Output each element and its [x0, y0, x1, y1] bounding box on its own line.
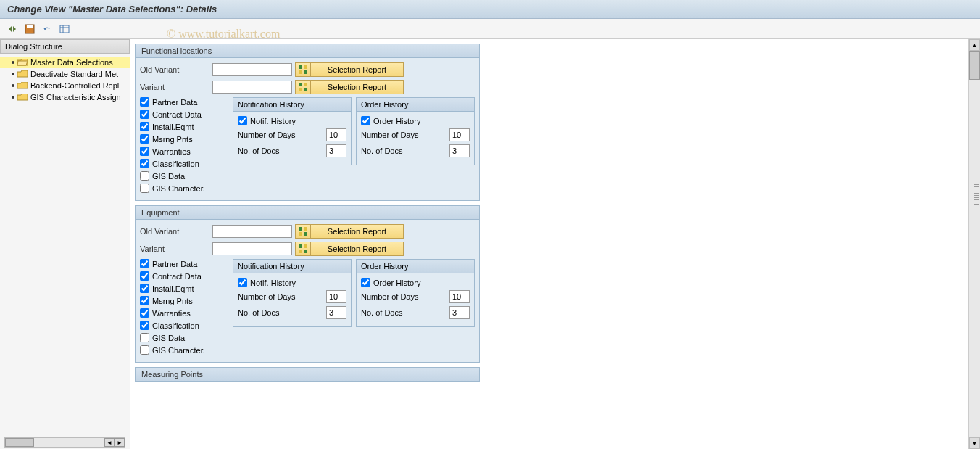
- old-variant-label: Old Variant: [140, 65, 212, 74]
- button-label: Selection Report: [311, 242, 404, 256]
- scroll-left-icon[interactable]: ◄: [104, 438, 115, 447]
- multi-select-icon: [295, 80, 311, 94]
- folder-icon: [17, 94, 28, 102]
- bullet-icon: [12, 84, 14, 87]
- scroll-down-icon[interactable]: ▼: [969, 437, 980, 449]
- gis-data-checkbox[interactable]: [140, 171, 149, 181]
- contract-data-checkbox[interactable]: [140, 110, 149, 119]
- notif-history-checkbox[interactable]: [238, 116, 247, 125]
- num-docs-input[interactable]: [449, 306, 470, 319]
- tree-item-deactivate[interactable]: Deactivate Standard Met: [0, 68, 130, 80]
- multi-select-icon: [295, 224, 311, 239]
- toggle-icon[interactable]: [6, 22, 19, 36]
- scroll-right-icon[interactable]: ►: [115, 438, 125, 447]
- sub-title: Order History: [357, 98, 474, 112]
- checkbox-label: GIS Character.: [152, 346, 205, 355]
- num-days-input[interactable]: [449, 128, 470, 141]
- partner-data-checkbox[interactable]: [140, 97, 149, 107]
- install-eqmt-checkbox[interactable]: [140, 122, 149, 131]
- num-days-input[interactable]: [326, 128, 346, 141]
- num-docs-label: No. of Docs: [361, 147, 449, 155]
- svg-rect-12: [304, 88, 307, 91]
- svg-rect-13: [299, 227, 302, 231]
- num-days-input[interactable]: [449, 290, 470, 303]
- sidebar-scrollbar[interactable]: ◄ ►: [4, 437, 125, 448]
- num-docs-label: No. of Docs: [361, 308, 449, 317]
- warranties-checkbox[interactable]: [140, 147, 149, 156]
- notif-history-checkbox[interactable]: [238, 278, 247, 287]
- sub-title: Notification History: [233, 260, 351, 273]
- vertical-scrollbar[interactable]: ▲ ▼: [968, 39, 980, 449]
- warranties-checkbox[interactable]: [140, 308, 149, 318]
- equipment-group: Equipment Old Variant Selection Report V…: [135, 205, 480, 363]
- svg-rect-18: [304, 244, 307, 248]
- scroll-thumb[interactable]: [5, 438, 34, 447]
- bullet-icon: [12, 96, 14, 99]
- save-icon[interactable]: [23, 22, 36, 36]
- checkbox-label: Classification: [152, 160, 199, 168]
- checkbox-label: Warranties: [152, 309, 191, 318]
- num-docs-input[interactable]: [326, 306, 346, 319]
- dialog-structure-tree: Master Data Selections Deactivate Standa…: [0, 54, 130, 106]
- num-days-label: Number of Days: [238, 292, 326, 301]
- svg-rect-20: [304, 250, 307, 253]
- tree-item-backend[interactable]: Backend-Controlled Repl: [0, 80, 130, 91]
- tree-item-gis[interactable]: GIS Characteristic Assign: [0, 91, 130, 103]
- order-history-checkbox[interactable]: [361, 278, 370, 287]
- scroll-track[interactable]: [969, 51, 980, 437]
- notification-history-group: Notification History Notif. History Numb…: [233, 97, 352, 165]
- folder-icon: [17, 82, 28, 90]
- variant-input[interactable]: [212, 242, 292, 255]
- old-variant-label: Old Variant: [140, 227, 212, 236]
- folder-open-icon: [17, 59, 28, 67]
- gis-character-checkbox[interactable]: [140, 345, 149, 355]
- undo-icon[interactable]: [41, 22, 54, 36]
- num-days-input[interactable]: [326, 290, 346, 303]
- checkbox-label: GIS Data: [152, 334, 185, 342]
- checkbox-label: Install.Eqmt: [152, 284, 194, 293]
- num-docs-input[interactable]: [326, 144, 346, 157]
- num-days-label: Number of Days: [361, 292, 449, 301]
- tree-label: GIS Characteristic Assign: [30, 93, 121, 102]
- dialog-structure-header: Dialog Structure: [0, 39, 130, 54]
- checkbox-label: Partner Data: [152, 260, 197, 268]
- checkbox-label: Notif. History: [250, 117, 296, 125]
- selection-report-button[interactable]: Selection Report: [295, 62, 404, 77]
- scroll-thumb[interactable]: [969, 51, 980, 80]
- gis-character-checkbox[interactable]: [140, 184, 149, 193]
- content-area: Functional locations Old Variant Selecti…: [130, 39, 980, 449]
- classification-checkbox[interactable]: [140, 159, 149, 168]
- multi-select-icon: [295, 62, 311, 77]
- svg-rect-11: [299, 88, 302, 91]
- svg-rect-5: [299, 65, 302, 69]
- checkbox-label: Warranties: [152, 147, 191, 156]
- tree-label: Deactivate Standard Met: [30, 70, 118, 78]
- old-variant-input[interactable]: [212, 225, 292, 238]
- variant-label: Variant: [140, 244, 212, 253]
- selection-report-button[interactable]: Selection Report: [295, 242, 404, 256]
- gis-data-checkbox[interactable]: [140, 333, 149, 342]
- svg-rect-7: [299, 70, 302, 74]
- partner-data-checkbox[interactable]: [140, 259, 149, 268]
- msrng-pnts-checkbox[interactable]: [140, 296, 149, 305]
- order-history-checkbox[interactable]: [361, 116, 370, 125]
- num-docs-label: No. of Docs: [238, 147, 326, 155]
- selection-report-button[interactable]: Selection Report: [295, 224, 404, 239]
- table-icon[interactable]: [58, 22, 71, 36]
- checkbox-label: Classification: [152, 321, 199, 330]
- tree-label: Backend-Controlled Repl: [30, 81, 119, 90]
- measuring-points-group: Measuring Points: [135, 367, 480, 382]
- classification-checkbox[interactable]: [140, 321, 149, 330]
- num-docs-input[interactable]: [449, 144, 470, 157]
- install-eqmt-checkbox[interactable]: [140, 284, 149, 293]
- selection-report-button[interactable]: Selection Report: [295, 80, 404, 94]
- msrng-pnts-checkbox[interactable]: [140, 134, 149, 144]
- button-label: Selection Report: [311, 62, 404, 77]
- variant-input[interactable]: [212, 81, 292, 94]
- contract-data-checkbox[interactable]: [140, 271, 149, 281]
- order-history-group: Order History Order History Number of Da…: [356, 259, 475, 327]
- scroll-up-icon[interactable]: ▲: [969, 39, 980, 51]
- tree-item-master-data[interactable]: Master Data Selections: [0, 57, 130, 68]
- old-variant-input[interactable]: [212, 63, 292, 76]
- num-days-label: Number of Days: [238, 131, 326, 139]
